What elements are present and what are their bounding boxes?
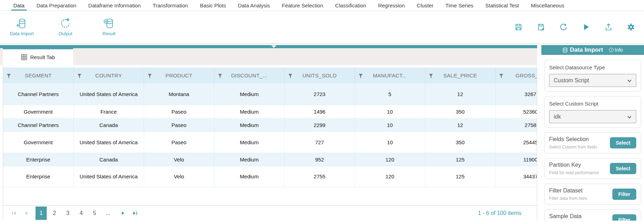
splitter-collapse-handle[interactable] — [271, 45, 276, 48]
table-cell: United States of America — [73, 83, 144, 105]
table-cell: 12 — [425, 83, 495, 105]
page-button-1[interactable]: 1 — [36, 207, 47, 220]
table-cell: 2755 — [284, 166, 355, 187]
nav-tab-dataframe-information[interactable]: Dataframe Information — [88, 0, 141, 11]
page-last-icon[interactable] — [130, 209, 140, 218]
select-select-custom-script[interactable]: idk — [549, 110, 636, 123]
filter-icon[interactable] — [359, 73, 363, 78]
nav-tab-classification[interactable]: Classification — [335, 0, 366, 11]
filter-icon[interactable] — [77, 73, 82, 78]
export-icon[interactable] — [605, 23, 612, 31]
column-label: COUNTRY — [95, 72, 122, 78]
column-label: MANUFACT... — [373, 72, 407, 78]
table-cell: 2723 — [284, 83, 355, 105]
table-cell: 2299 — [284, 118, 355, 132]
nav-tab-cluster[interactable]: Cluster — [417, 0, 434, 11]
tool-label: Output — [58, 31, 72, 36]
table-row[interactable]: GovernmentUnited States of AmericaPaseoM… — [3, 132, 537, 153]
properties-panel: Data Import ? Info Select Datasource Typ… — [541, 44, 644, 221]
svg-text:?: ? — [610, 49, 612, 52]
filter-icon[interactable] — [288, 73, 292, 78]
refresh-icon[interactable] — [560, 23, 567, 31]
column-header-sale-price: SALE_PRICE — [425, 68, 495, 83]
tool-result[interactable]: Result — [96, 18, 122, 36]
nav-tab-transformation[interactable]: Transformation — [153, 0, 188, 11]
page-first-icon[interactable] — [9, 209, 19, 218]
table-row[interactable]: EnterpriseCanadaVeloMedium95212012511900 — [3, 153, 537, 166]
table-cell: 120 — [355, 166, 425, 187]
table-cell: 125 — [425, 153, 495, 166]
run-icon[interactable] — [582, 23, 590, 31]
card-sample-data: Sample DataFilterFilter data from here. — [544, 209, 641, 221]
page-button-2[interactable]: 2 — [49, 207, 60, 220]
nav-tab-statistical-test[interactable]: Statistical Test — [485, 0, 519, 11]
table-row[interactable]: Channel PartnersUnited States of America… — [3, 83, 537, 105]
top-nav: DataData PreparationDataframe Informatio… — [0, 0, 644, 11]
result-icon — [103, 18, 115, 29]
table-cell: Velo — [144, 153, 214, 166]
tool-data-import[interactable]: Data Import — [9, 18, 34, 36]
save-as-icon[interactable] — [537, 23, 545, 31]
filter-icon[interactable] — [499, 73, 503, 78]
items-count-label: 1 - 6 of 100 items — [478, 210, 521, 216]
table-cell: 125 — [425, 166, 495, 187]
fields-selection-button[interactable]: Select — [610, 137, 636, 148]
panel-body: Select Datasource TypeCustom ScriptSelec… — [541, 55, 644, 221]
grid-pane: Result Tab SEGMENTCOUNTRYPRODUCTDISCOUNT… — [0, 44, 537, 221]
table-row[interactable]: EnterpriseUnited States of AmericaVeloMe… — [3, 166, 537, 187]
nav-tab-basic-plots[interactable]: Basic Plots — [200, 0, 226, 11]
nav-tab-regression[interactable]: Regression — [378, 0, 405, 11]
partition-key-button[interactable]: Select — [610, 163, 636, 174]
nav-tab-feature-selection[interactable]: Feature Selection — [282, 0, 323, 11]
page-button-5[interactable]: 5 — [89, 207, 100, 220]
table-cell: Government — [3, 132, 73, 153]
filter-icon[interactable] — [218, 73, 222, 78]
table-row[interactable]: Channel PartnersCanadaPaseoMedium2299101… — [3, 118, 537, 132]
toolbar-tools: Data ImportOutputResult — [9, 18, 122, 36]
database-icon — [562, 47, 568, 53]
table-cell: 10 — [355, 132, 425, 153]
sample-data-button[interactable]: Filter — [612, 214, 636, 221]
filter-icon[interactable] — [429, 73, 433, 78]
table-cell: 350 — [425, 105, 495, 118]
table-cell: Enterprise — [3, 153, 73, 166]
card-fields-selection: Fields SelectionSelectSelect Column from… — [544, 132, 641, 153]
toolbar-actions — [515, 23, 635, 31]
save-icon[interactable] — [515, 23, 522, 31]
tool-label: Result — [103, 31, 116, 36]
table-row[interactable]: GovernmentFrancePaseoMedium1496103505236… — [3, 105, 537, 118]
page-button-3[interactable]: 3 — [62, 207, 73, 220]
nav-tab-data-preparation[interactable]: Data Preparation — [37, 0, 76, 11]
table-cell: Medium — [214, 153, 284, 166]
page-button-[interactable]: ... — [102, 207, 114, 220]
card-title: Sample Data — [549, 213, 610, 220]
filter-icon[interactable] — [148, 73, 152, 78]
nav-tab-data-analysis[interactable]: Data Analysis — [238, 0, 270, 11]
column-label: SALE_PRICE — [443, 72, 477, 78]
settings-icon[interactable] — [627, 23, 635, 31]
filter-dataset-button[interactable]: Filter — [612, 189, 636, 200]
info-button[interactable]: ? Info — [609, 47, 623, 53]
tab-result[interactable]: Result Tab — [3, 48, 73, 65]
table-cell: Channel Partners — [3, 118, 73, 132]
table-cell: Medium — [214, 166, 284, 187]
card-title: Partition Key — [549, 162, 607, 168]
pagination-bar: 12345... 1 - 6 of 100 items — [3, 205, 537, 221]
tool-output[interactable]: Output — [53, 18, 78, 36]
select-select-datasource-type[interactable]: Custom Script — [549, 74, 636, 87]
nav-tab-data[interactable]: Data — [13, 0, 25, 11]
filter-icon[interactable] — [7, 73, 11, 78]
table-cell: Medium — [214, 132, 284, 153]
table-cell: 2758 — [495, 118, 537, 132]
table-cell: 727 — [284, 132, 355, 153]
card-select-datasource-type: Select Datasource TypeCustom Script — [544, 60, 641, 91]
page-button-4[interactable]: 4 — [76, 207, 87, 220]
data-grid-container: SEGMENTCOUNTRYPRODUCTDISCOUNT_...UNITS_S… — [3, 65, 537, 221]
nav-tab-time-series[interactable]: Time Series — [445, 0, 473, 11]
select-label: Select Datasource Type — [549, 64, 636, 70]
page-next-icon[interactable] — [118, 209, 128, 218]
page-prev-icon[interactable] — [21, 209, 31, 218]
nav-tab-miscellaneous[interactable]: Miscellaneous — [531, 0, 564, 11]
pane-splitter[interactable] — [0, 45, 537, 48]
column-label: DISCOUNT_... — [231, 72, 268, 78]
